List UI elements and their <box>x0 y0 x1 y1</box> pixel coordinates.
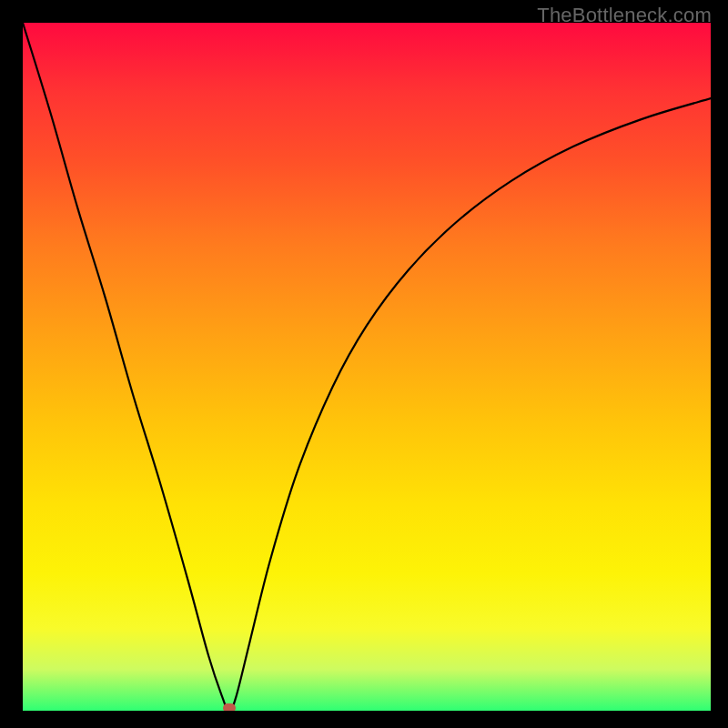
bottleneck-curve <box>23 23 711 711</box>
plot-area <box>23 23 711 711</box>
watermark-text: TheBottleneck.com <box>537 4 712 27</box>
minimum-marker <box>223 703 236 711</box>
